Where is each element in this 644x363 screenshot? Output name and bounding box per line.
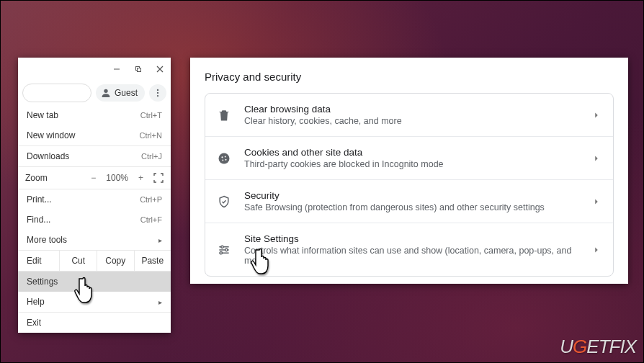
svg-point-6 [157, 89, 158, 91]
cut-button[interactable]: Cut [59, 251, 97, 271]
window-titlebar [18, 58, 171, 81]
menu-shortcut: Ctrl+J [141, 152, 162, 161]
zoom-value: 100% [106, 173, 128, 183]
menu-find[interactable]: Find... Ctrl+F [18, 210, 171, 230]
menu-label: New tab [27, 110, 58, 120]
svg-point-10 [221, 156, 223, 158]
menu-label: Print... [27, 194, 52, 205]
menu-print[interactable]: Print... Ctrl+P [18, 189, 171, 210]
menu-new-window[interactable]: New window Ctrl+N [18, 125, 171, 145]
setting-subtitle: Third-party cookies are blocked in Incog… [244, 159, 578, 169]
menu-downloads[interactable]: Downloads Ctrl+J [18, 146, 171, 166]
svg-point-17 [225, 248, 228, 251]
trash-icon [217, 108, 231, 122]
shield-icon [217, 194, 231, 209]
cookie-icon [217, 151, 231, 166]
zoom-controls: − 100% + [88, 171, 164, 184]
svg-point-7 [157, 92, 158, 94]
menu-new-tab[interactable]: New tab Ctrl+T [18, 105, 171, 125]
zoom-in-button[interactable]: + [135, 171, 146, 184]
zoom-label: Zoom [25, 173, 48, 183]
settings-card: Clear browsing data Clear history, cooki… [205, 93, 614, 277]
svg-point-5 [104, 89, 107, 93]
menu-more-tools[interactable]: More tools ▸ [18, 230, 171, 250]
svg-rect-2 [138, 68, 141, 72]
svg-point-13 [225, 158, 227, 160]
menu-label: Exit [27, 318, 41, 328]
sliders-icon [217, 243, 231, 257]
row-site-settings[interactable]: Site Settings Controls what information … [205, 223, 613, 276]
chevron-right-icon [591, 153, 601, 163]
copy-button[interactable]: Copy [97, 251, 134, 271]
maximize-button[interactable] [128, 58, 149, 81]
close-button[interactable] [149, 58, 171, 81]
menu-label: Help [27, 297, 45, 307]
menu-shortcut: Ctrl+F [140, 215, 162, 224]
chrome-menu-window: Guest New tab Ctrl+T New window Ctrl+N D… [18, 58, 171, 333]
menu-shortcut: Ctrl+T [140, 111, 162, 120]
edit-label: Edit [18, 251, 59, 271]
profile-label: Guest [115, 88, 138, 98]
svg-point-8 [157, 95, 158, 97]
svg-point-9 [219, 153, 230, 163]
row-security[interactable]: Security Safe Browsing (protection from … [205, 179, 613, 223]
setting-subtitle: Clear history, cookies, cache, and more [244, 116, 578, 126]
menu-button[interactable] [149, 84, 166, 102]
setting-text: Site Settings Controls what information … [244, 233, 578, 266]
setting-text: Clear browsing data Clear history, cooki… [244, 104, 578, 126]
profile-chip[interactable]: Guest [96, 84, 145, 102]
chevron-right-icon: ▸ [158, 298, 162, 306]
minimize-button[interactable] [106, 58, 128, 81]
row-clear-browsing-data[interactable]: Clear browsing data Clear history, cooki… [205, 94, 613, 136]
fullscreen-icon[interactable] [153, 173, 164, 183]
zoom-out-button[interactable]: − [88, 171, 99, 184]
maximize-icon [135, 66, 142, 73]
toolbar-row: Guest [18, 81, 171, 105]
setting-title: Clear browsing data [244, 104, 578, 115]
setting-text: Security Safe Browsing (protection from … [244, 190, 578, 212]
setting-title: Site Settings [244, 233, 578, 244]
paste-button[interactable]: Paste [134, 251, 171, 271]
address-bar[interactable] [22, 84, 91, 102]
watermark: UGETFIX [560, 336, 636, 358]
row-cookies[interactable]: Cookies and other site data Third-party … [205, 136, 613, 179]
svg-point-15 [221, 246, 223, 248]
menu-zoom: Zoom − 100% + [18, 167, 171, 189]
svg-point-11 [225, 156, 226, 157]
chevron-right-icon [591, 110, 601, 120]
setting-subtitle: Safe Browsing (protection from dangerous… [244, 202, 578, 212]
menu-shortcut: Ctrl+N [140, 131, 162, 140]
svg-point-19 [220, 251, 222, 254]
person-icon [100, 87, 112, 99]
svg-point-12 [222, 159, 223, 161]
chrome-menu: New tab Ctrl+T New window Ctrl+N Downloa… [18, 105, 171, 333]
setting-text: Cookies and other site data Third-party … [244, 147, 578, 169]
chevron-right-icon: ▸ [158, 236, 162, 244]
menu-label: More tools [27, 235, 67, 245]
menu-label: Settings [27, 277, 58, 287]
menu-help[interactable]: Help ▸ [18, 292, 171, 312]
privacy-panel: Privacy and security Clear browsing data… [190, 58, 628, 284]
menu-edit-row: Edit Cut Copy Paste [18, 251, 171, 271]
setting-subtitle: Controls what information sites can use … [244, 246, 578, 266]
setting-title: Security [244, 190, 578, 201]
dots-vertical-icon [153, 88, 163, 98]
minimize-icon [113, 66, 120, 73]
menu-label: Find... [27, 215, 50, 225]
menu-settings[interactable]: Settings [18, 272, 171, 292]
setting-title: Cookies and other site data [244, 147, 578, 158]
chevron-right-icon [591, 197, 601, 207]
panel-title: Privacy and security [205, 71, 614, 83]
close-icon [156, 66, 164, 73]
menu-label: Downloads [27, 151, 69, 161]
chevron-right-icon [591, 245, 601, 255]
menu-exit[interactable]: Exit [18, 313, 171, 333]
menu-label: New window [27, 130, 75, 140]
menu-shortcut: Ctrl+P [140, 195, 162, 204]
